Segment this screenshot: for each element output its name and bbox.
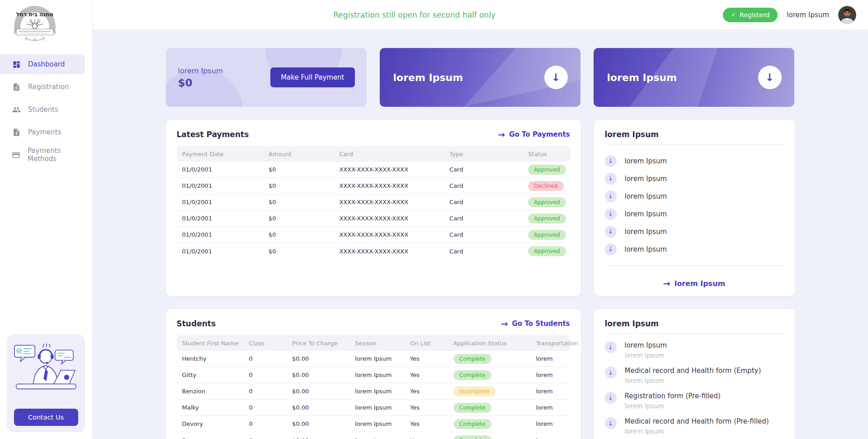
downloads-panel-title: lorem Ipsum	[605, 130, 784, 139]
download-banner-2[interactable]: lorem Ipsum ↓	[594, 48, 794, 107]
sidebar-item-payments[interactable]: $ Payments	[0, 122, 85, 142]
student-season: lorem Ipsum	[349, 404, 405, 411]
contact-card: Contact Us	[7, 334, 85, 432]
student-name: Gitty	[177, 372, 244, 378]
column-header: Class	[243, 340, 287, 347]
payment-card: XXXX-XXXX-XXXX-XXXX	[334, 166, 444, 173]
status-badge: Complete	[453, 403, 491, 413]
payment-amount: $0	[263, 166, 334, 173]
make-full-payment-button[interactable]: Make Full Payment	[270, 67, 354, 87]
payment-date: 01/0/2001	[177, 182, 263, 189]
student-transportation: lorem	[530, 420, 570, 427]
go-to-payments-label: Go To Payments	[509, 130, 570, 138]
download-list-item[interactable]: ↓ lorem Ipsum	[605, 152, 784, 170]
status-badge: Complete	[453, 435, 491, 439]
payment-type: Card	[444, 215, 523, 222]
status-badge: Approved	[528, 246, 566, 256]
payment-type: Card	[444, 248, 523, 255]
payment-row: 01/0/2001 $0 XXXX-XXXX-XXXX-XXXX Card De…	[177, 178, 570, 194]
form-list-item[interactable]: ↓ lorem Ipsum lorem Ipsum	[605, 341, 784, 359]
student-class: 0	[243, 437, 287, 439]
sidebar-item-label: Students	[28, 105, 58, 114]
download-list-item[interactable]: ↓ lorem Ipsum	[605, 187, 784, 205]
student-transportation: lorem	[530, 388, 570, 395]
sidebar-item-students[interactable]: Students	[0, 100, 85, 119]
download-arrow-icon: ↓	[605, 392, 617, 404]
column-header: Price To Charge	[287, 340, 349, 347]
form-item-label: Medical record and Health form (Pre-fill…	[625, 417, 769, 425]
student-class: 0	[243, 404, 287, 411]
sidebar-item-label: Dashboard	[28, 60, 65, 68]
status-badge: Declined	[528, 181, 564, 191]
column-header: Season	[349, 340, 405, 347]
go-to-students-link[interactable]: → Go To Students	[501, 320, 570, 328]
student-transportation: lorem	[530, 437, 570, 439]
student-class: 0	[243, 388, 287, 395]
summary-cards-row: lorem Ipsum $0 Make Full Payment lorem I…	[166, 48, 795, 107]
top-bar-right: ✓ Registerd lorem Ipsum	[723, 6, 868, 24]
download-item-label: lorem Ipsum	[625, 157, 667, 165]
download-item-label: lorem Ipsum	[625, 192, 667, 200]
user-avatar[interactable]	[838, 6, 856, 24]
download-banner-1[interactable]: lorem Ipsum ↓	[380, 48, 580, 107]
student-on-list: Yes	[405, 355, 448, 362]
student-on-list: Yes	[405, 404, 448, 411]
go-to-payments-link[interactable]: → Go To Payments	[498, 130, 570, 139]
contact-us-button[interactable]: Contact Us	[14, 409, 78, 426]
download-list-item[interactable]: ↓ lorem Ipsum	[605, 205, 784, 223]
arrow-right-icon: →	[501, 320, 508, 328]
form-list-item[interactable]: ↓ Medical record and Health form (Pre-fi…	[605, 417, 784, 435]
credit-card-icon	[12, 150, 20, 159]
form-item-sublabel: lorem Ipsum	[625, 402, 721, 410]
download-list-item[interactable]: ↓ lorem Ipsum	[605, 240, 784, 258]
student-on-list: Yes	[405, 437, 448, 439]
people-icon	[12, 105, 21, 114]
student-price: $0.00	[287, 355, 349, 362]
student-on-list: Yes	[405, 420, 448, 427]
status-badge: Incomplete	[453, 387, 495, 396]
sidebar-item-dashboard[interactable]: Dashboard	[0, 54, 85, 74]
column-header: Card	[334, 151, 444, 157]
download-arrow-icon: ↓	[605, 208, 617, 220]
downloads-panel-link-label: lorem Ipsum	[675, 279, 725, 288]
form-item-sublabel: lorem Ipsum	[625, 428, 769, 435]
payment-row: 01/0/2001 $0 XXXX-XXXX-XXXX-XXXX Card Ap…	[177, 162, 570, 178]
dashboard-icon	[12, 60, 21, 69]
payments-table-header: Payment Date Amount Card Type Status	[177, 146, 570, 162]
payment-date: 01/0/2001	[177, 215, 263, 222]
download-arrow-icon: ↓	[605, 243, 617, 255]
download-arrow-icon[interactable]: ↓	[758, 66, 782, 89]
student-season: lorem Ipsum	[349, 372, 405, 378]
status-badge: Complete	[453, 354, 491, 364]
sidebar-item-registration[interactable]: Registration	[0, 77, 85, 97]
payment-amount: $0	[263, 199, 334, 205]
download-arrow-icon: ↓	[605, 173, 617, 185]
students-table-header: Student First Name Class Price To Charge…	[177, 335, 570, 351]
download-arrow-icon[interactable]: ↓	[544, 66, 568, 89]
student-name: Malky	[177, 404, 244, 411]
content-column: Registration still open for second half …	[93, 0, 868, 439]
form-item-label: Medical record and Health form (Empty)	[625, 367, 761, 375]
payment-type: Card	[444, 231, 523, 238]
download-arrow-icon: ↓	[605, 417, 617, 429]
student-price: $0.00	[287, 420, 349, 427]
payment-date: 01/0/2001	[177, 231, 263, 238]
go-to-students-label: Go To Students	[512, 320, 570, 328]
status-badge: Complete	[453, 419, 491, 429]
main-content: lorem Ipsum $0 Make Full Payment lorem I…	[93, 30, 868, 439]
student-price: $0.00	[287, 437, 349, 439]
payment-date: 01/0/2001	[177, 166, 263, 173]
download-list-item[interactable]: ↓ lorem Ipsum	[605, 170, 784, 187]
registration-notice: Registration still open for second half …	[333, 10, 495, 19]
downloads-panel-link[interactable]: → lorem Ipsum	[663, 279, 725, 288]
student-name: Devory	[177, 437, 244, 439]
form-list-item[interactable]: ↓ Medical record and Health form (Empty)…	[605, 367, 784, 384]
download-list-item[interactable]: ↓ lorem Ipsum	[605, 223, 784, 240]
student-row: Devory 0 $0.00 lorem Ipsum Yes Complete …	[177, 432, 570, 439]
student-name: Benzion	[177, 388, 244, 395]
latest-payments-panel: Latest Payments → Go To Payments Payment…	[166, 120, 581, 296]
form-list-item[interactable]: ↓ Registration form (Pre-filled) lorem I…	[605, 392, 784, 410]
logo-hebrew-text: מחנה בית רחל	[16, 11, 53, 18]
download-arrow-icon: ↓	[605, 367, 617, 378]
sidebar-item-payments-methods[interactable]: Payments Methods	[0, 145, 85, 165]
